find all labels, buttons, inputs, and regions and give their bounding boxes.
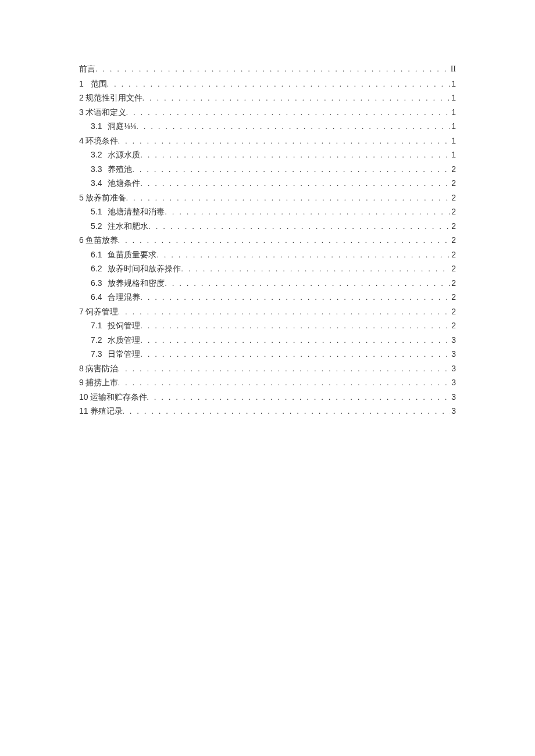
toc-entry: 6.3放养规格和密度2 xyxy=(79,279,456,287)
toc-entry-page: 2 xyxy=(450,222,456,230)
toc-entry-number: 3 xyxy=(79,108,84,116)
toc-dot-leader xyxy=(140,151,450,159)
toc-entry-title: 环境条件 xyxy=(85,137,118,145)
toc-entry-label: 3.1洞庭⅛⅛ xyxy=(91,122,136,130)
toc-entry: 3.2水源水质1 xyxy=(79,151,456,159)
toc-entry-label: 11养殖记录 xyxy=(79,407,123,415)
toc-entry-page: 2 xyxy=(450,236,456,244)
toc-entry-label: 6.1鱼苗质量要求 xyxy=(91,250,156,259)
toc-dot-leader xyxy=(118,379,450,386)
toc-dot-leader xyxy=(165,208,450,216)
toc-entry-number: 7.1 xyxy=(91,321,102,329)
toc-entry: 5.2注水和肥水2 xyxy=(79,222,456,230)
toc-dot-leader xyxy=(118,137,450,145)
toc-dot-leader xyxy=(118,365,450,372)
toc-entry-label: 7.3日常管理 xyxy=(91,350,140,358)
toc-entry-label: 8病害防治 xyxy=(79,364,118,372)
toc-entry-page: 2 xyxy=(450,264,456,273)
toc-dot-leader xyxy=(147,393,451,401)
toc-entry-label: 3术语和定义 xyxy=(79,108,126,116)
toc-entry-page: 1 xyxy=(450,108,456,116)
toc-entry-label: 7.2水质管理 xyxy=(91,336,140,344)
toc-entry-number: 5.2 xyxy=(91,222,102,230)
toc-entry-page: 3 xyxy=(450,350,456,358)
toc-dot-leader xyxy=(156,251,450,259)
toc-entry-number: 11 xyxy=(79,407,88,415)
toc-entry-label: 3.4池塘条件 xyxy=(91,179,140,187)
toc-entry-number: 3.1 xyxy=(91,122,102,130)
toc-entry: 7.1投饲管理2 xyxy=(79,321,456,329)
toc-dot-leader xyxy=(118,308,450,316)
toc-entry: 6鱼苗放养2 xyxy=(79,236,456,244)
toc-entry-label: 10运输和贮存条件 xyxy=(79,393,147,401)
toc-entry-title: 放养时间和放养操作 xyxy=(108,264,181,273)
toc-dot-leader xyxy=(148,223,450,230)
toc-entry-page: 2 xyxy=(450,165,456,173)
toc-entry-label: 2规范性引用文件 xyxy=(79,94,142,102)
toc-entry-number: 3.2 xyxy=(91,151,102,159)
toc-entry-number: 6.2 xyxy=(91,264,102,273)
toc-entry-page: 3 xyxy=(450,393,456,401)
toc-entry-title: 前言 xyxy=(79,65,95,73)
toc-entry-page: 3 xyxy=(450,336,456,344)
toc-entry-label: 前言 xyxy=(79,65,95,73)
toc-entry-label: 6.4合理混养 xyxy=(91,293,140,301)
toc-entry-page: 2 xyxy=(450,250,456,259)
toc-dot-leader xyxy=(140,322,450,329)
toc-entry-number: 2 xyxy=(79,94,84,102)
toc-entry-title: 放养规格和密度 xyxy=(108,279,165,287)
toc-entry-label: 7饲养管理 xyxy=(79,307,118,316)
toc-entry-title: 日常管理 xyxy=(108,350,140,358)
toc-entry-label: 5放养前准备 xyxy=(79,194,126,202)
toc-entry: 11养殖记录3 xyxy=(79,407,456,415)
toc-entry-page: 2 xyxy=(450,179,456,187)
toc-entry-number: 5.1 xyxy=(91,207,102,216)
toc-entry-title: 规范性引用文件 xyxy=(85,94,142,102)
toc-entry: 4环境条件1 xyxy=(79,137,456,145)
toc-dot-leader xyxy=(123,407,451,415)
toc-dot-leader xyxy=(165,280,450,287)
table-of-contents: 前言II1范围12规范性引用文件13术语和定义13.1洞庭⅛⅛14环境条件13.… xyxy=(0,0,535,415)
toc-entry-number: 7.2 xyxy=(91,336,102,344)
toc-entry-number: 6.1 xyxy=(91,250,102,259)
toc-entry: 3.1洞庭⅛⅛1 xyxy=(79,122,456,130)
toc-entry: 7.2水质管理3 xyxy=(79,336,456,344)
toc-entry-page: 2 xyxy=(450,279,456,287)
toc-entry-number: 3.4 xyxy=(91,179,102,187)
toc-entry-title: 鱼苗质量要求 xyxy=(108,250,156,259)
toc-entry: 3.4池塘条件2 xyxy=(79,179,456,187)
toc-entry-number: 5 xyxy=(79,194,84,202)
toc-entry-page: 2 xyxy=(450,207,456,216)
toc-entry: 2规范性引用文件1 xyxy=(79,94,456,102)
toc-entry-page: 1 xyxy=(450,94,456,102)
toc-entry: 1范围1 xyxy=(79,80,456,88)
toc-entry: 7.3日常管理3 xyxy=(79,350,456,358)
toc-entry-label: 6.2放养时间和放养操作 xyxy=(91,264,181,273)
toc-entry-label: 5.2注水和肥水 xyxy=(91,222,148,230)
toc-entry-page: 1 xyxy=(450,151,456,159)
toc-entry-label: 3.2水源水质 xyxy=(91,151,140,159)
toc-entry-title: 合理混养 xyxy=(108,293,140,301)
toc-entry-title: 鱼苗放养 xyxy=(85,236,118,244)
toc-dot-leader xyxy=(142,94,450,102)
toc-entry-title: 洞庭⅛⅛ xyxy=(108,122,136,130)
toc-entry-page: 1 xyxy=(450,122,456,130)
toc-entry-number: 7 xyxy=(79,307,84,316)
toc-entry-label: 9捕捞上市 xyxy=(79,378,118,386)
toc-dot-leader xyxy=(126,109,450,116)
toc-entry-number: 8 xyxy=(79,364,84,372)
toc-entry-page: 1 xyxy=(450,137,456,145)
toc-entry-title: 放养前准备 xyxy=(85,194,126,202)
toc-entry-label: 1范围 xyxy=(79,80,107,88)
toc-dot-leader xyxy=(140,350,450,358)
toc-entry-label: 7.1投饲管理 xyxy=(91,321,140,329)
toc-dot-leader xyxy=(181,265,450,273)
toc-dot-leader xyxy=(95,65,450,73)
toc-entry-label: 6.3放养规格和密度 xyxy=(91,279,165,287)
toc-entry-page: 2 xyxy=(450,293,456,301)
toc-entry-title: 饲养管理 xyxy=(85,307,118,316)
toc-entry-title: 术语和定义 xyxy=(85,108,126,116)
toc-entry-number: 9 xyxy=(79,378,84,386)
toc-dot-leader xyxy=(140,180,450,187)
toc-entry-label: 6鱼苗放养 xyxy=(79,236,118,244)
